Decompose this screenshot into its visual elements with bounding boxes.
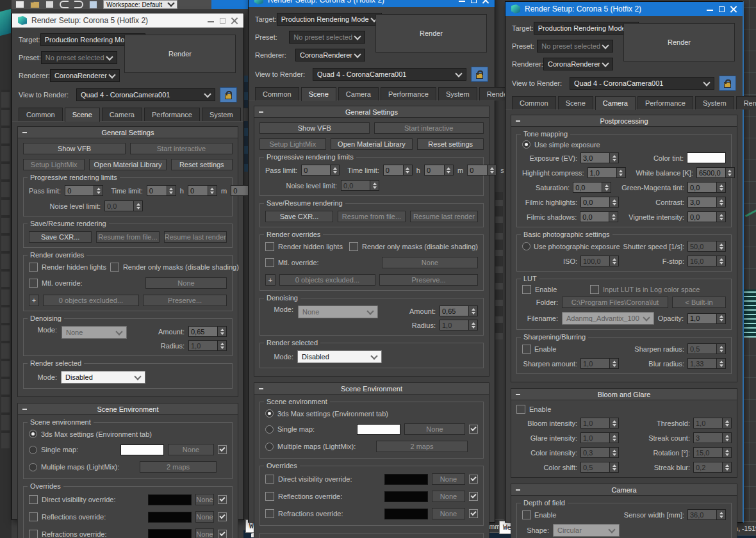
time-limit-m-spinner[interactable]: 0 <box>424 165 454 175</box>
use-simple-exposure-radio[interactable] <box>522 140 530 149</box>
max-settings-radio[interactable] <box>265 409 274 418</box>
time-limit-h-spinner[interactable]: 0 <box>383 165 413 175</box>
direct-visibility-override-checkbox[interactable] <box>29 495 38 504</box>
sensor-width-spinner[interactable]: 36,0 <box>687 509 726 520</box>
saturation-spinner[interactable]: 0,0 <box>573 182 611 193</box>
multiple-maps-radio[interactable] <box>265 443 274 451</box>
glare-intensity-spinner[interactable]: 1,0 <box>580 432 619 443</box>
view-to-render-dropdown[interactable]: Quad 4 - CoronaCamera001 <box>313 68 466 81</box>
time-limit-s-spinner[interactable]: 0 <box>467 165 497 175</box>
tab-camera[interactable]: Camera <box>595 96 636 110</box>
vignette-intensity-spinner[interactable]: 0,0 <box>687 211 726 222</box>
refractions-enable-checkbox[interactable] <box>218 530 227 538</box>
single-map-radio[interactable] <box>265 425 274 434</box>
lut-opacity-spinner[interactable]: 1,0 <box>687 313 726 324</box>
noise-level-limit-spinner[interactable]: 0,0 <box>104 200 143 211</box>
renderer-dropdown[interactable]: CoronaRenderer <box>543 58 613 70</box>
streak-count-spinner[interactable]: 3 <box>693 432 732 443</box>
multiple-maps-button[interactable]: 2 maps <box>376 441 468 452</box>
rotation-spinner[interactable]: 15,0 <box>693 447 732 458</box>
single-map-enable-checkbox[interactable] <box>218 445 227 454</box>
filmic-highlights-spinner[interactable]: 0,0 <box>580 197 619 208</box>
tab-scene[interactable]: Scene <box>301 87 336 101</box>
resume-from-file-button[interactable]: Resume from file... <box>338 211 406 222</box>
lut-enable-checkbox[interactable] <box>522 285 531 294</box>
refractions-override-checkbox[interactable] <box>265 509 274 518</box>
general-settings-rollout-header[interactable]: General Settings <box>18 127 238 138</box>
tab-common[interactable]: Common <box>19 108 63 121</box>
general-settings-rollout-header[interactable]: General Settings <box>254 106 489 118</box>
refractions-none-button[interactable]: None <box>432 508 465 519</box>
tab-common[interactable]: Common <box>512 96 556 110</box>
render-only-masks-checkbox[interactable] <box>349 242 358 251</box>
mtl-override-none-button[interactable]: None <box>382 257 478 268</box>
single-map-none-button[interactable]: None <box>168 444 214 455</box>
save-cxr-button[interactable]: Save CXR... <box>29 231 92 243</box>
camera-rollout-header[interactable]: Camera <box>511 484 737 496</box>
bloom-intensity-spinner[interactable]: 1,0 <box>580 418 619 428</box>
tab-scene[interactable]: Scene <box>65 108 100 122</box>
green-magenta-spinner[interactable]: 0,0 <box>687 182 726 193</box>
max-settings-radio[interactable] <box>29 430 37 438</box>
fstop-spinner[interactable]: 16,0 <box>687 256 726 266</box>
bloom-enable-checkbox[interactable] <box>516 405 525 414</box>
streak-blur-spinner[interactable]: 0,2 <box>693 462 732 473</box>
preserve-button[interactable]: Preserve... <box>379 274 478 286</box>
noise-level-limit-spinner[interactable]: 0,0 <box>341 180 379 191</box>
target-dropdown[interactable]: Production Rendering Mode <box>277 13 382 26</box>
render-hidden-lights-checkbox[interactable] <box>265 242 274 251</box>
lut-filename-dropdown[interactable]: Adanmq_Advantix_100 <box>562 312 654 325</box>
lock-view-button[interactable] <box>220 87 237 102</box>
workspace-dropdown[interactable]: Workspace: Default <box>103 0 177 9</box>
reset-settings-button[interactable]: Reset settings <box>417 138 484 150</box>
lut-folder-button[interactable]: C:\Program Files\Corona\lut <box>562 297 668 308</box>
color-intensity-spinner[interactable]: 0,3 <box>580 447 619 458</box>
render-selected-mode-dropdown[interactable]: Disabled <box>297 350 382 363</box>
single-map-color-swatch[interactable] <box>357 424 400 435</box>
direct-visibility-override-checkbox[interactable] <box>265 475 274 484</box>
minimize-icon[interactable] <box>459 0 466 4</box>
preset-dropdown[interactable]: No preset selected <box>41 51 117 64</box>
scene-environment-rollout-header[interactable]: Scene Environment <box>254 383 489 395</box>
start-interactive-button[interactable]: Start interactive <box>130 143 233 154</box>
refractions-none-button[interactable]: None <box>195 528 214 538</box>
denoise-mode-dropdown[interactable]: None <box>62 326 127 339</box>
input-lut-log-checkbox[interactable] <box>590 285 599 294</box>
filmic-shadows-spinner[interactable]: 0,0 <box>580 211 618 222</box>
reflections-enable-checkbox[interactable] <box>469 492 478 501</box>
close-icon[interactable] <box>482 0 489 4</box>
tab-system[interactable]: System <box>695 96 734 110</box>
tab-camera[interactable]: Camera <box>102 108 142 121</box>
dialog-titlebar[interactable]: Render Setup: Corona 5 (Hotfix 2) <box>505 2 743 16</box>
reflections-override-checkbox[interactable] <box>265 492 274 501</box>
render-button[interactable]: Render <box>623 23 735 61</box>
render-hidden-lights-checkbox[interactable] <box>29 263 38 272</box>
mtl-override-checkbox[interactable] <box>29 279 38 288</box>
open-material-library-button[interactable]: Open Material Library <box>331 138 413 150</box>
resume-last-render-button[interactable]: Resume last render <box>164 231 227 243</box>
resume-from-file-button[interactable]: Resume from file... <box>96 231 159 243</box>
multiple-maps-button[interactable]: 2 maps <box>140 461 217 473</box>
open-file-icon[interactable] <box>30 1 40 8</box>
color-shift-spinner[interactable]: 0,5 <box>580 462 619 473</box>
postprocessing-rollout-header[interactable]: Postprocessing <box>511 115 737 127</box>
single-map-radio[interactable] <box>29 446 37 454</box>
lock-view-button[interactable] <box>471 67 488 82</box>
highlight-compress-spinner[interactable]: 1,0 <box>588 167 626 178</box>
sharpen-radius-spinner[interactable]: 0,5 <box>687 343 726 354</box>
reflections-override-checkbox[interactable] <box>29 512 38 521</box>
dialog-titlebar[interactable]: Render Setup: Corona 5 (Hotfix 2) <box>249 0 495 7</box>
direct-visibility-enable-checkbox[interactable] <box>218 495 227 504</box>
white-balance-spinner[interactable]: 6500,0 <box>696 167 735 178</box>
render-button[interactable]: Render <box>375 14 487 53</box>
denoise-amount-spinner[interactable]: 0,65 <box>188 326 227 337</box>
tab-render-elements[interactable]: Render Elements <box>736 96 756 110</box>
save-file-icon[interactable] <box>45 1 54 8</box>
paste-icon[interactable] <box>89 1 97 9</box>
multiple-maps-radio[interactable] <box>29 463 37 471</box>
close-icon[interactable] <box>231 17 238 24</box>
tab-system[interactable]: System <box>438 87 477 101</box>
time-limit-m-spinner[interactable]: 0 <box>188 185 217 196</box>
close-icon[interactable] <box>730 6 737 13</box>
reflections-none-button[interactable]: None <box>432 491 465 502</box>
